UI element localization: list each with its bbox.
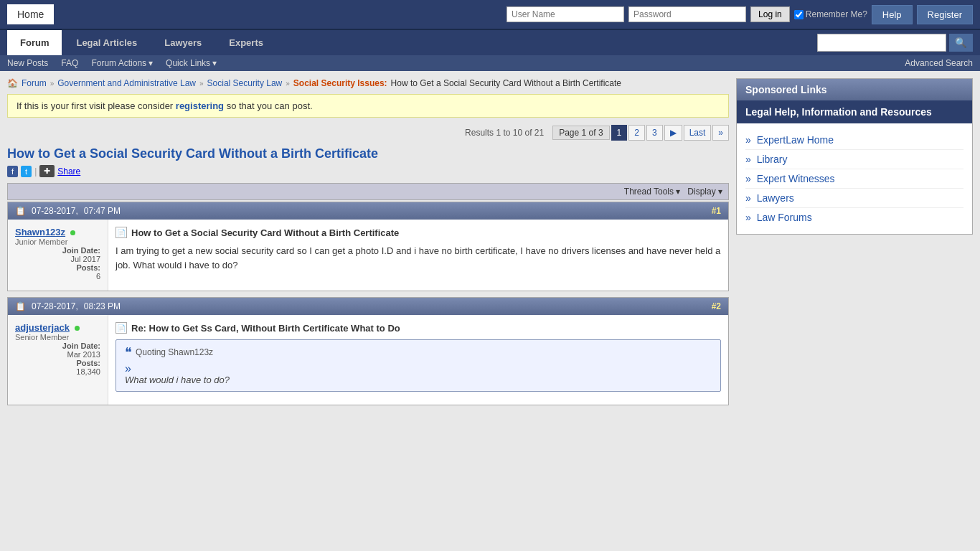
sidebar: Sponsored Links Legal Help, Information … bbox=[736, 78, 973, 411]
post-1-header: 📋 07-28-2017, 07:47 PM #1 bbox=[8, 202, 728, 220]
logo-text: Home bbox=[17, 9, 44, 20]
expertlaw-home-link[interactable]: » ExpertLaw Home bbox=[745, 131, 963, 150]
breadcrumb-forum[interactable]: Forum bbox=[22, 78, 47, 88]
register-link[interactable]: registering bbox=[176, 100, 224, 111]
library-link[interactable]: » Library bbox=[745, 150, 963, 169]
tab-lawyers[interactable]: Lawyers bbox=[151, 30, 215, 55]
sidebar-links: » ExpertLaw Home » Library » Expert Witn… bbox=[737, 123, 972, 234]
page-2-btn[interactable]: 2 bbox=[628, 125, 645, 141]
tools-bar: Thread Tools ▾ Display ▾ bbox=[7, 183, 729, 200]
sponsored-links-header: Sponsored Links bbox=[737, 79, 972, 100]
legal-help-header: Legal Help, Information and Resources bbox=[737, 100, 972, 123]
post-2-time: 08:23 PM bbox=[84, 301, 121, 311]
page-nav: Page 1 of 3 1 2 3 ▶ Last » bbox=[552, 125, 729, 141]
thread-tools-link[interactable]: Thread Tools ▾ bbox=[624, 187, 681, 197]
page-3-btn[interactable]: 3 bbox=[646, 125, 663, 141]
post-1-author: Shawn123z Junior Member Join Date: Jul 2… bbox=[8, 220, 108, 291]
post-1-old-icon: 📋 bbox=[15, 206, 26, 216]
advanced-search-link[interactable]: Advanced Search bbox=[905, 58, 973, 68]
help-button[interactable]: Help bbox=[872, 5, 913, 24]
post-1-meta: Join Date: Jul 2017 Posts: 6 bbox=[15, 246, 100, 281]
share-bar: f t | ✚ Share bbox=[7, 165, 729, 177]
logo: Home bbox=[7, 4, 54, 24]
tab-forum[interactable]: Forum bbox=[7, 30, 62, 55]
breadcrumb-gov-law[interactable]: Government and Administrative Law bbox=[57, 78, 196, 88]
breadcrumb-page-title: How to Get a Social Security Card Withou… bbox=[391, 78, 621, 88]
post-2-author-rank: Senior Member bbox=[15, 333, 100, 342]
password-input[interactable] bbox=[628, 6, 746, 22]
thread-title: How to Get a Social Security Card Withou… bbox=[7, 146, 729, 161]
tab-legal-articles[interactable]: Legal Articles bbox=[63, 30, 150, 55]
quick-links-link[interactable]: Quick Links ▾ bbox=[166, 58, 217, 68]
post-1: 📋 07-28-2017, 07:47 PM #1 Shawn123z Juni… bbox=[7, 202, 729, 291]
post-1-text: I am trying to get a new social security… bbox=[116, 244, 721, 272]
post-1-author-rank: Junior Member bbox=[15, 237, 100, 246]
post-2-online-indicator bbox=[75, 326, 80, 331]
top-bar: Home Log in Remember Me? Help Register bbox=[0, 0, 980, 29]
forum-actions-dropdown[interactable]: Forum Actions ▾ bbox=[91, 58, 153, 68]
content-area: 🏠 Forum » Government and Administrative … bbox=[7, 78, 729, 411]
search-button[interactable]: 🔍 bbox=[949, 34, 973, 52]
lawyers-link[interactable]: » Lawyers bbox=[745, 189, 963, 208]
tab-experts[interactable]: Experts bbox=[216, 30, 276, 55]
post-2-author-link[interactable]: adjusterjack bbox=[15, 322, 70, 333]
plus-share[interactable]: ✚ bbox=[39, 165, 55, 177]
post-2-num: #2 bbox=[712, 301, 721, 311]
breadcrumb-current: Social Security Issues: bbox=[293, 78, 387, 88]
breadcrumb: 🏠 Forum » Government and Administrative … bbox=[7, 78, 729, 88]
quote-inner-mark: » bbox=[125, 362, 131, 375]
post-1-num: #1 bbox=[712, 206, 721, 216]
faq-link[interactable]: FAQ bbox=[61, 58, 78, 68]
remember-me-checkbox[interactable] bbox=[794, 10, 804, 19]
next-btn[interactable]: ▶ bbox=[664, 125, 682, 141]
search-input[interactable] bbox=[817, 34, 946, 52]
register-button[interactable]: Register bbox=[917, 5, 973, 24]
display-link[interactable]: Display ▾ bbox=[687, 187, 722, 197]
post-1-time: 07:47 PM bbox=[84, 206, 121, 216]
page-label[interactable]: Page 1 of 3 bbox=[552, 126, 609, 140]
quote-block: ❝ Quoting Shawn123z » What would i have … bbox=[116, 339, 721, 392]
results-text: Results 1 to 10 of 21 bbox=[465, 128, 544, 138]
search-area: 🔍 bbox=[817, 34, 973, 52]
post-1-body: Shawn123z Junior Member Join Date: Jul 2… bbox=[8, 220, 728, 291]
auth-area: Log in Remember Me? Help Register bbox=[507, 5, 973, 24]
forum-actions-link[interactable]: Forum Actions ▾ bbox=[91, 58, 153, 68]
post-2-date: 07-28-2017, bbox=[32, 301, 78, 311]
post-1-author-name: Shawn123z bbox=[15, 227, 100, 237]
main-wrapper: 🏠 Forum » Government and Administrative … bbox=[0, 71, 980, 418]
post-1-author-link[interactable]: Shawn123z bbox=[15, 227, 65, 237]
post-1-date: 07-28-2017, bbox=[32, 206, 78, 216]
sub-nav: New Posts FAQ Forum Actions ▾ Quick Link… bbox=[0, 55, 980, 71]
quote-header: ❝ Quoting Shawn123z bbox=[125, 346, 712, 359]
last-btn[interactable]: Last bbox=[684, 125, 712, 141]
post-1-title: 📄 How to Get a Social Security Card With… bbox=[116, 227, 721, 238]
new-posts-link[interactable]: New Posts bbox=[7, 58, 48, 68]
post-2-author-name: adjusterjack bbox=[15, 322, 100, 333]
breadcrumb-social-security-law[interactable]: Social Security Law bbox=[207, 78, 283, 88]
results-bar: Results 1 to 10 of 21 Page 1 of 3 1 2 3 … bbox=[7, 125, 729, 141]
post-1-content: 📄 How to Get a Social Security Card With… bbox=[108, 220, 728, 291]
thread-title-area: How to Get a Social Security Card Withou… bbox=[7, 146, 729, 177]
facebook-share[interactable]: f bbox=[7, 166, 18, 177]
remember-me-label: Remember Me? bbox=[794, 9, 867, 19]
post-2: 📋 07-28-2017, 08:23 PM #2 adjusterjack S… bbox=[7, 297, 729, 405]
quick-links-dropdown[interactable]: Quick Links ▾ bbox=[166, 58, 217, 68]
login-button[interactable]: Log in bbox=[750, 6, 790, 22]
sponsored-links-box: Sponsored Links Legal Help, Information … bbox=[736, 78, 973, 235]
username-input[interactable] bbox=[507, 6, 624, 22]
post-2-header-left: 📋 07-28-2017, 08:23 PM bbox=[15, 301, 121, 311]
expert-witnesses-link[interactable]: » Expert Witnesses bbox=[745, 169, 963, 189]
post-2-icon: 📄 bbox=[116, 322, 127, 334]
page-1-btn[interactable]: 1 bbox=[611, 125, 628, 141]
post-2-header: 📋 07-28-2017, 08:23 PM #2 bbox=[8, 298, 728, 315]
first-visit-notice: If this is your first visit please consi… bbox=[7, 94, 729, 118]
post-1-header-left: 📋 07-28-2017, 07:47 PM bbox=[15, 206, 121, 216]
law-forums-link[interactable]: » Law Forums bbox=[745, 208, 963, 227]
post-2-body: adjusterjack Senior Member Join Date: Ma… bbox=[8, 315, 728, 405]
last-arrow-btn[interactable]: » bbox=[712, 125, 729, 141]
post-2-meta: Join Date: Mar 2013 Posts: 18,340 bbox=[15, 342, 100, 376]
share-link[interactable]: Share bbox=[57, 166, 80, 176]
twitter-share[interactable]: t bbox=[21, 166, 32, 177]
nav-bar: Forum Legal Articles Lawyers Experts 🔍 bbox=[0, 29, 980, 55]
post-2-author: adjusterjack Senior Member Join Date: Ma… bbox=[8, 315, 108, 405]
